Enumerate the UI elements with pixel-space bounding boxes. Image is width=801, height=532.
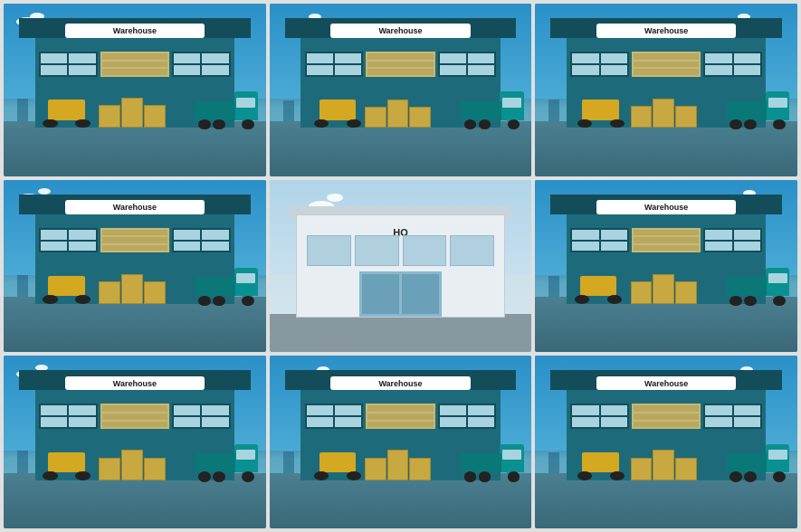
boxes-area bbox=[631, 266, 702, 304]
garage-stripe bbox=[102, 53, 168, 60]
truck-wheel bbox=[729, 119, 742, 129]
garage-door-upper bbox=[632, 52, 701, 77]
truck bbox=[461, 444, 524, 482]
hq-door-panel-right bbox=[402, 274, 439, 315]
garage-stripe bbox=[102, 422, 168, 428]
truck-wheel bbox=[198, 471, 211, 481]
box bbox=[387, 100, 409, 128]
windows-row bbox=[39, 404, 230, 429]
forklift-wheel-right bbox=[607, 295, 622, 304]
box bbox=[653, 450, 674, 480]
win-pane bbox=[41, 405, 67, 415]
forklift-wheel-right bbox=[610, 471, 625, 480]
garage-stripe bbox=[634, 405, 700, 412]
win-pane bbox=[705, 65, 731, 75]
win-pane bbox=[202, 230, 228, 240]
win-pane bbox=[41, 417, 67, 427]
hq-window bbox=[355, 235, 399, 266]
garage-stripe bbox=[634, 53, 700, 60]
box bbox=[144, 105, 166, 128]
hq-window bbox=[450, 235, 494, 266]
garage-stripe bbox=[102, 237, 168, 243]
box bbox=[144, 281, 166, 304]
truck-trailer bbox=[195, 101, 235, 120]
garage-door-upper bbox=[632, 404, 701, 429]
window-group-left bbox=[570, 404, 628, 429]
win-pane bbox=[572, 65, 598, 75]
window-group-left bbox=[39, 52, 97, 77]
truck-wheel bbox=[464, 119, 477, 129]
truck-cab bbox=[234, 444, 258, 472]
truck-trailer bbox=[461, 101, 501, 120]
garage-stripe bbox=[634, 413, 700, 420]
win-pane bbox=[174, 417, 200, 427]
garage-stripe bbox=[367, 69, 434, 75]
sign: Warehouse bbox=[596, 200, 736, 214]
forklift bbox=[311, 97, 364, 128]
garage-door-upper bbox=[366, 404, 435, 429]
truck-wheel bbox=[744, 119, 757, 129]
hq-door-panel-left bbox=[362, 274, 399, 315]
forklift bbox=[575, 449, 627, 480]
warehouse-cell-8: Warehouse bbox=[535, 356, 797, 528]
box bbox=[365, 458, 386, 480]
forklift-body bbox=[582, 452, 619, 472]
garage-door-upper bbox=[100, 52, 170, 77]
garage-stripe bbox=[634, 69, 700, 75]
forklift-wheel-left bbox=[43, 471, 57, 480]
garage-door-upper bbox=[366, 52, 435, 77]
warehouse-cell-6: Warehouse bbox=[4, 356, 266, 528]
garage-door-upper bbox=[632, 228, 701, 253]
box bbox=[99, 105, 120, 128]
garage-stripe bbox=[102, 62, 168, 68]
truck-wheel bbox=[729, 471, 742, 481]
forklift-body bbox=[48, 100, 85, 119]
hq-window bbox=[307, 235, 351, 266]
win-pane bbox=[468, 405, 494, 415]
win-pane bbox=[69, 417, 95, 427]
truck-wheel bbox=[729, 296, 742, 306]
warehouse-cell-1: Warehouse bbox=[270, 4, 532, 176]
win-pane bbox=[468, 65, 494, 75]
box bbox=[653, 99, 674, 128]
boxes-area bbox=[365, 442, 436, 480]
truck-wheel bbox=[198, 296, 211, 306]
box bbox=[365, 107, 386, 128]
box bbox=[99, 281, 120, 304]
box bbox=[631, 281, 653, 304]
forklift-wheel-right bbox=[347, 119, 361, 128]
sign-label: Warehouse bbox=[644, 26, 688, 35]
truck-wheel bbox=[744, 471, 757, 481]
box bbox=[631, 106, 653, 128]
forklift bbox=[41, 449, 93, 480]
truck-wheel bbox=[242, 119, 254, 129]
box bbox=[121, 98, 143, 128]
forklift-body bbox=[48, 276, 85, 296]
window-group-right bbox=[172, 228, 230, 253]
garage-stripe bbox=[634, 230, 700, 236]
win-pane bbox=[174, 405, 200, 415]
box bbox=[121, 274, 143, 304]
garage-stripe bbox=[102, 413, 168, 420]
forklift bbox=[575, 97, 627, 128]
forklift-wheel-left bbox=[43, 119, 57, 128]
win-pane bbox=[572, 417, 598, 427]
truck-wheel bbox=[198, 119, 211, 129]
win-pane bbox=[705, 242, 731, 252]
win-pane bbox=[705, 53, 731, 63]
win-pane bbox=[572, 405, 598, 415]
win-pane bbox=[307, 417, 333, 427]
garage-stripe bbox=[367, 413, 434, 420]
truck-wheel bbox=[744, 296, 757, 306]
garage-stripe bbox=[102, 245, 168, 252]
truck-trailer bbox=[195, 453, 235, 472]
window-group-right bbox=[438, 52, 496, 77]
hq-door bbox=[359, 271, 443, 318]
forklift-wheel-right bbox=[347, 471, 361, 480]
win-pane bbox=[705, 230, 731, 240]
garage-stripe bbox=[634, 62, 700, 68]
forklift bbox=[41, 97, 93, 128]
sign-label: Warehouse bbox=[644, 203, 688, 212]
win-pane bbox=[202, 417, 228, 427]
windows-row bbox=[39, 52, 230, 77]
